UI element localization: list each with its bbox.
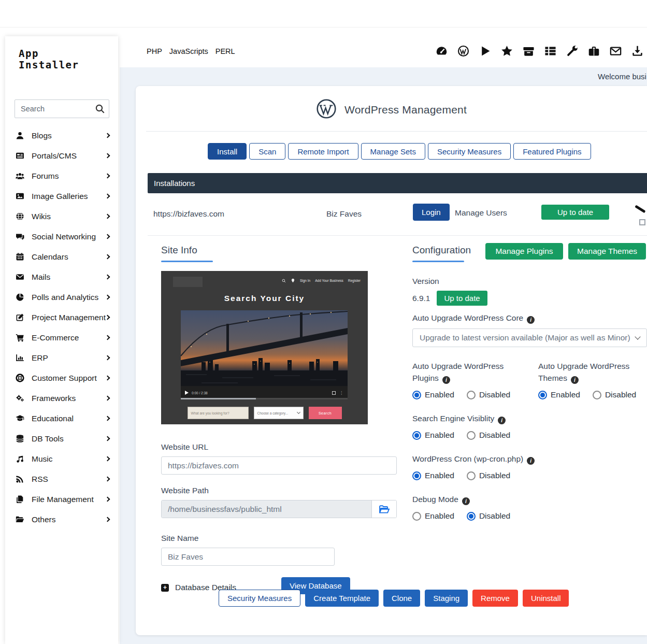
users-icon <box>16 171 25 181</box>
search-icon <box>95 104 105 116</box>
installations-header: Installations <box>148 173 647 193</box>
info-icon[interactable] <box>442 376 450 384</box>
pie-chart-icon <box>16 293 25 302</box>
download-icon[interactable] <box>631 45 643 57</box>
info-icon[interactable] <box>527 457 535 465</box>
sidebar-item-frameworks[interactable]: Frameworks <box>5 388 118 408</box>
website-url-input[interactable] <box>161 456 397 475</box>
manage-users-link[interactable]: Manage Users <box>455 208 507 218</box>
sidebar-item-forums[interactable]: Forums <box>5 166 118 186</box>
sev-disabled-radio[interactable]: Disabled <box>467 431 510 440</box>
list-box-icon <box>16 151 25 161</box>
sidebar-item-blogs[interactable]: Blogs <box>5 125 118 146</box>
sidebar-item-music[interactable]: Music <box>5 449 118 469</box>
plugins-enabled-radio[interactable]: Enabled <box>412 390 454 399</box>
sidebar-item-educational[interactable]: Educational <box>5 408 118 428</box>
sidebar-item-db-tools[interactable]: DB Tools <box>5 428 118 449</box>
sidebar-item-project-management[interactable]: Project Management <box>5 307 118 327</box>
preview-marker-icon <box>291 278 295 283</box>
info-icon[interactable] <box>462 497 470 505</box>
wordpress-icon[interactable] <box>457 45 469 57</box>
themes-disabled-radio[interactable]: Disabled <box>593 390 636 399</box>
nav-php[interactable]: PHP <box>147 47 162 55</box>
chevron-right-icon <box>105 174 110 179</box>
tab-security-measures[interactable]: Security Measures <box>428 143 511 160</box>
core-upgrade-select[interactable]: Upgrade to latest version available (Maj… <box>412 328 647 347</box>
debug-disabled-radio[interactable]: Disabled <box>467 511 510 521</box>
tab-bar: Install Scan Remote Import Manage Sets S… <box>208 143 591 160</box>
preview-more-icon: ⋮ <box>339 391 343 395</box>
installation-url[interactable]: https://bizfaves.com <box>153 209 224 219</box>
site-name-input[interactable] <box>161 548 335 566</box>
tab-manage-sets[interactable]: Manage Sets <box>361 143 425 160</box>
envelope-icon <box>16 273 25 282</box>
list-icon[interactable] <box>544 45 556 57</box>
staging-button[interactable]: Staging <box>425 590 468 607</box>
play-icon[interactable] <box>479 45 491 57</box>
archive-icon[interactable] <box>523 45 535 57</box>
plugins-disabled-radio[interactable]: Disabled <box>467 390 510 399</box>
sev-enabled-radio[interactable]: Enabled <box>412 431 454 440</box>
info-icon[interactable] <box>498 417 506 424</box>
login-button[interactable]: Login <box>413 204 450 221</box>
chevron-right-icon <box>105 133 110 138</box>
tab-scan[interactable]: Scan <box>249 143 285 160</box>
version-up-to-date-button[interactable]: Up to date <box>437 291 487 306</box>
star-icon[interactable] <box>501 45 513 57</box>
option-debug-mode: Debug Mode Enabled Disabled <box>412 493 647 521</box>
clone-button[interactable]: Clone <box>383 590 420 607</box>
tab-remote-import[interactable]: Remote Import <box>288 143 358 160</box>
life-ring-icon <box>16 374 25 383</box>
sidebar-item-rss[interactable]: RSS <box>5 469 118 489</box>
themes-enabled-radio[interactable]: Enabled <box>538 390 580 399</box>
mail-icon[interactable] <box>610 45 622 57</box>
sidebar-item-social-networking[interactable]: Social Networking <box>5 226 118 247</box>
create-template-button[interactable]: Create Template <box>305 590 379 607</box>
info-icon[interactable] <box>527 316 535 324</box>
expand-plus-icon[interactable] <box>161 584 169 592</box>
installation-name: Biz Faves <box>326 209 362 219</box>
sidebar-item-mails[interactable]: Mails <box>5 267 118 287</box>
sidebar-item-polls-analytics[interactable]: Polls and Analytics <box>5 287 118 307</box>
database-icon <box>16 434 25 443</box>
manage-themes-button[interactable]: Manage Themes <box>568 243 646 260</box>
edit-tool-icon[interactable] <box>635 206 647 226</box>
security-measures-button[interactable]: Security Measures <box>219 590 300 607</box>
nav-javascripts[interactable]: JavaScripts <box>169 47 208 55</box>
dashboard-icon[interactable] <box>436 45 448 57</box>
option-auto-upgrade-themes: Auto Upgrade WordPress Themes Enabled Di… <box>538 360 647 399</box>
chevron-right-icon <box>105 254 110 260</box>
option-wordpress-cron: WordPress Cron (wp-cron.php) Enabled Dis… <box>412 453 647 480</box>
app-logo: App Installer <box>5 36 118 70</box>
remove-button[interactable]: Remove <box>472 590 518 607</box>
sidebar-item-ecommerce[interactable]: E-Commerce <box>5 327 118 348</box>
uninstall-button[interactable]: Uninstall <box>523 590 569 607</box>
folder-open-icon <box>16 515 25 524</box>
sidebar-item-others[interactable]: Others <box>5 509 118 529</box>
cron-enabled-radio[interactable]: Enabled <box>412 471 454 480</box>
sidebar-item-calendars[interactable]: Calendars <box>5 247 118 267</box>
tab-featured-plugins[interactable]: Featured Plugins <box>513 143 591 160</box>
website-path-input[interactable] <box>162 500 371 518</box>
sidebar-item-label: Social Networking <box>32 232 96 241</box>
welcome-text: Welcome busi <box>598 72 646 81</box>
website-path-group <box>161 500 397 518</box>
browse-folder-button[interactable] <box>371 500 396 518</box>
sidebar-item-portals-cms[interactable]: Portals/CMS <box>5 146 118 166</box>
info-icon[interactable] <box>571 376 579 384</box>
sidebar-item-customer-support[interactable]: Customer Support <box>5 368 118 388</box>
sidebar-item-wikis[interactable]: Wikis <box>5 206 118 226</box>
cron-disabled-radio[interactable]: Disabled <box>467 471 510 480</box>
sidebar-item-erp[interactable]: ERP <box>5 348 118 368</box>
preview-video-controls: 0:00 / 2:38 ⋮ <box>181 386 348 399</box>
briefcase-icon[interactable] <box>588 45 600 57</box>
sidebar-item-image-galleries[interactable]: Image Galleries <box>5 186 118 206</box>
wrench-icon[interactable] <box>566 45 578 57</box>
debug-enabled-radio[interactable]: Enabled <box>412 511 454 521</box>
tab-install[interactable]: Install <box>208 143 247 160</box>
manage-plugins-button[interactable]: Manage Plugins <box>485 243 563 260</box>
nav-perl[interactable]: PERL <box>215 47 235 55</box>
sidebar-item-label: DB Tools <box>32 434 64 443</box>
up-to-date-button[interactable]: Up to date <box>541 205 609 220</box>
sidebar-item-file-management[interactable]: File Management <box>5 489 118 509</box>
